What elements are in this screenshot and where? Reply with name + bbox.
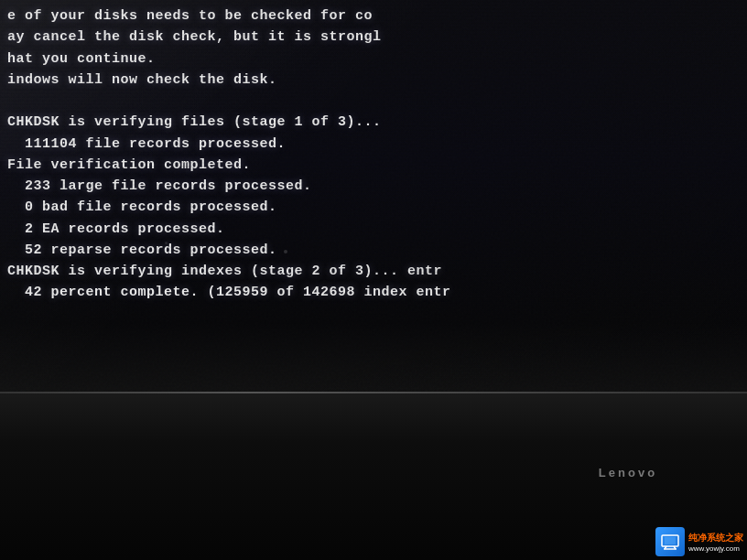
watermark-site-name: 纯净系统之家 [688,532,743,544]
watermark-url: www.yowjy.com [688,544,740,553]
watermark-svg [661,533,679,551]
watermark-text-block: 纯净系统之家 www.yowjy.com [688,532,743,553]
watermark: 纯净系统之家 www.yowjy.com [655,527,743,556]
lenovo-logo: Lenovo [599,466,657,479]
terminal-output: e of your disks needs to be checked for … [0,0,459,309]
svg-rect-4 [665,537,676,544]
laptop-screen: e of your disks needs to be checked for … [0,0,747,404]
watermark-icon [655,527,685,556]
laptop-body: Lenovo [0,392,747,560]
photo-container: e of your disks needs to be checked for … [0,0,747,560]
